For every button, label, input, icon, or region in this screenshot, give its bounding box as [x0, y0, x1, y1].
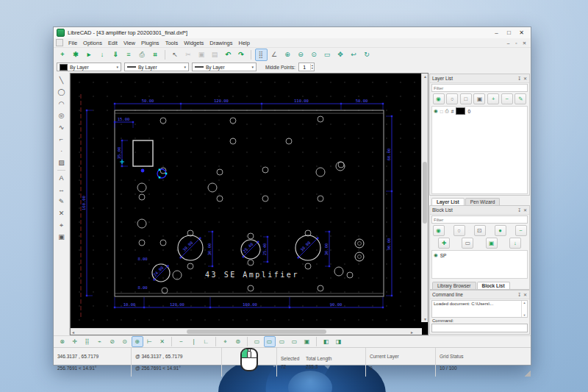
- title-bar[interactable]: LibreCAD - [43 amplifier top 20200301_fi…: [54, 27, 531, 38]
- tab-pen-wizard[interactable]: Pen Wizard: [465, 198, 501, 205]
- draw-spline-tool[interactable]: ∿: [55, 121, 68, 133]
- horizontal-scroll-thumb[interactable]: [187, 329, 326, 334]
- snap-distance-button[interactable]: ⊢: [144, 336, 156, 347]
- layer-name[interactable]: 0: [467, 109, 470, 114]
- draw-line-tool[interactable]: ╲: [55, 74, 68, 86]
- toggle-widget-3-button[interactable]: ▭: [276, 336, 288, 347]
- lock-relative-zero-button[interactable]: ⌖: [220, 336, 232, 347]
- block-visibility-icon[interactable]: ◉: [434, 252, 438, 258]
- menu-plugins[interactable]: Plugins: [138, 40, 162, 46]
- hatch-tool[interactable]: ▨: [55, 157, 68, 168]
- resize-grip[interactable]: [525, 371, 531, 377]
- maximize-button[interactable]: □: [503, 28, 515, 38]
- zoom-in-button[interactable]: ⊕: [282, 49, 294, 61]
- unlock-all-layers-button[interactable]: □: [460, 93, 472, 104]
- show-all-blocks-button[interactable]: ◉: [433, 225, 445, 236]
- zoom-pan-button[interactable]: ✥: [334, 49, 347, 61]
- drawing-canvas[interactable]: 50.00120.00110.0050.0010.00120.00100.009…: [71, 74, 422, 322]
- menu-help[interactable]: Help: [236, 40, 253, 46]
- zoom-auto-button[interactable]: ⊙: [308, 49, 320, 61]
- draw-circle-tool[interactable]: ◯: [55, 86, 68, 98]
- zoom-window-button[interactable]: ▭: [321, 49, 334, 61]
- stepper-arrows[interactable]: ▴ ▾: [310, 64, 314, 70]
- pin-icon[interactable]: ↧: [517, 292, 521, 297]
- lock-all-layers-button[interactable]: ▣: [473, 93, 485, 104]
- snap-grid-button[interactable]: ⣿: [82, 336, 93, 347]
- select-pointer-button[interactable]: ↖: [169, 49, 182, 61]
- restrict-orthogonal-button[interactable]: ∟: [201, 336, 212, 347]
- save-block-button[interactable]: ↓: [509, 238, 521, 249]
- dock-left-button[interactable]: ◧: [320, 336, 332, 347]
- pen-color-select[interactable]: By Layer ▾: [57, 63, 121, 71]
- freeze-all-layers-button[interactable]: ○: [446, 93, 458, 104]
- rename-block-button[interactable]: ▭: [462, 238, 473, 249]
- block-tool[interactable]: ▣: [55, 231, 68, 243]
- menu-edit[interactable]: Edit: [105, 40, 121, 46]
- dimension-tool[interactable]: ↔: [55, 184, 68, 196]
- menu-options[interactable]: Options: [80, 40, 105, 46]
- new-from-template-button[interactable]: ✱: [70, 49, 82, 61]
- open-drawing-button[interactable]: ▸: [83, 49, 96, 61]
- export-button[interactable]: ≡: [123, 49, 135, 61]
- vertical-scrollbar[interactable]: ▲ ▼: [421, 74, 428, 322]
- mdi-minimize-button[interactable]: –: [504, 38, 512, 48]
- print-preview-button[interactable]: ⌗: [149, 49, 162, 61]
- pin-icon[interactable]: ↧: [517, 76, 521, 81]
- grid-toggle-button[interactable]: ⣿: [255, 49, 268, 61]
- layer-print-icon[interactable]: ⎙: [445, 108, 449, 114]
- insert-block-button[interactable]: ⊡: [474, 225, 486, 236]
- command-input[interactable]: [431, 324, 528, 332]
- modify-tool[interactable]: ✎: [55, 196, 68, 207]
- save-drawing-button[interactable]: ↓: [96, 49, 109, 61]
- snap-intersection-button[interactable]: ✕: [157, 336, 168, 347]
- scroll-right-icon[interactable]: ►: [410, 329, 414, 335]
- paste-button[interactable]: ▤: [209, 49, 221, 61]
- close-icon[interactable]: ✕: [523, 76, 527, 81]
- stepper-down-icon[interactable]: ▾: [312, 67, 313, 70]
- snap-endpoint-button[interactable]: ⌁: [94, 336, 106, 347]
- add-layer-button[interactable]: +: [487, 93, 499, 104]
- previous-view-button[interactable]: ↩: [348, 49, 360, 61]
- menu-file[interactable]: File: [65, 40, 80, 46]
- command-history[interactable]: Loaded document: C:\Users\... ▲▼: [431, 300, 528, 318]
- close-icon[interactable]: ✕: [523, 292, 527, 297]
- redo-button[interactable]: ↷: [235, 49, 248, 61]
- hide-all-blocks-button[interactable]: ○: [453, 225, 465, 236]
- draw-polyline-tool[interactable]: ⌐: [55, 133, 68, 145]
- scroll-down-icon[interactable]: ▼: [423, 316, 427, 322]
- print-button[interactable]: ⎙: [136, 49, 148, 61]
- create-block-button[interactable]: ✚: [438, 238, 450, 249]
- tab-block-list[interactable]: Block List: [477, 282, 510, 289]
- dock-right-button[interactable]: ◨: [333, 336, 345, 347]
- layer-filter-input[interactable]: [431, 84, 528, 92]
- pin-icon[interactable]: ↧: [517, 207, 521, 213]
- set-relative-zero-button[interactable]: ⊚: [232, 336, 244, 347]
- tab-layer-list[interactable]: Layer List: [431, 198, 465, 205]
- history-scrollbar[interactable]: ▲▼: [521, 301, 527, 317]
- draft-mode-button[interactable]: ∠: [268, 49, 281, 61]
- close-icon[interactable]: ✕: [523, 207, 527, 213]
- mdi-document-icon[interactable]: [56, 39, 63, 46]
- remove-block-button[interactable]: −: [515, 225, 527, 236]
- delete-tool[interactable]: ✕: [55, 207, 68, 219]
- pen-linetype-select[interactable]: By Layer ▾: [192, 63, 257, 71]
- middle-points-stepper[interactable]: 1 ▴ ▾: [298, 63, 315, 71]
- close-button[interactable]: ✕: [515, 28, 528, 38]
- exclusive-snap-button[interactable]: ⊗: [57, 336, 68, 347]
- mdi-restore-button[interactable]: ▫: [512, 38, 520, 48]
- menu-widgets[interactable]: Widgets: [181, 40, 207, 46]
- toggle-widget-2-button[interactable]: ▭: [264, 336, 276, 347]
- horizontal-scrollbar[interactable]: ◄ ►: [71, 328, 422, 335]
- modify-layer-button[interactable]: ✎: [514, 93, 526, 104]
- scroll-left-icon[interactable]: ◄: [71, 329, 75, 335]
- block-row[interactable]: ◉ SP: [432, 251, 527, 260]
- layer-construction-icon[interactable]: #: [451, 109, 454, 114]
- copy-button[interactable]: ▣: [196, 49, 208, 61]
- pen-width-select[interactable]: By Layer ▾: [124, 63, 189, 71]
- save-as-button[interactable]: ⇓: [110, 49, 122, 61]
- redraw-button[interactable]: ↻: [361, 49, 373, 61]
- new-drawing-button[interactable]: +: [57, 49, 69, 61]
- snap-center-button[interactable]: ⊙: [119, 336, 131, 347]
- undo-button[interactable]: ↶: [222, 49, 234, 61]
- toggle-widget-4-button[interactable]: ▭: [289, 336, 301, 347]
